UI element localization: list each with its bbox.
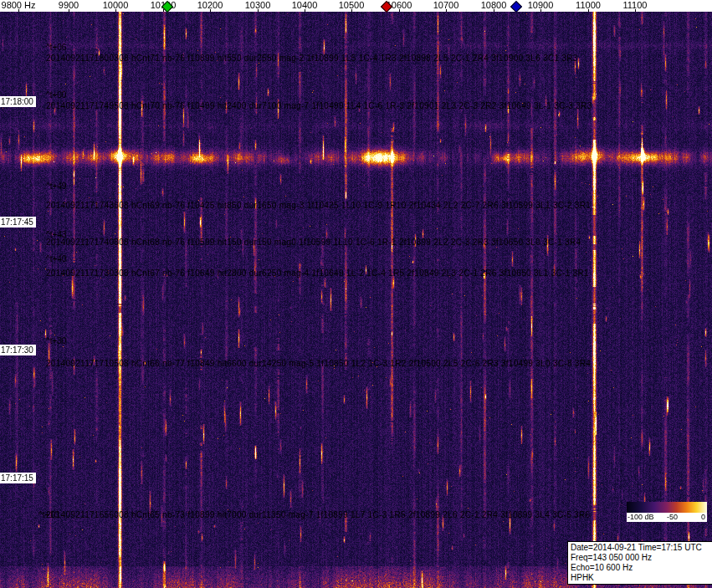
info-date-time: Date=2014-09-21 Time=17:15 UTC: [571, 543, 709, 553]
colorbar-label-mid: -50: [667, 513, 678, 522]
info-box: Date=2014-09-21 Time=17:15 UTC Freq=143 …: [567, 541, 712, 585]
spectrum-lab-screen: 9800 Hz990010000101001020010300104001050…: [0, 0, 712, 588]
freq-tick-mark: [540, 9, 541, 12]
info-station: HPHK: [571, 573, 709, 583]
freq-tick-mark: [351, 9, 352, 12]
freq-tick-mark: [115, 9, 116, 12]
freq-tick-mark: [399, 9, 400, 12]
spectrogram-display: [0, 12, 712, 588]
info-frequency: Freq=143 050 000 Hz: [571, 553, 709, 563]
freq-tick-mark: [69, 9, 69, 12]
info-echo: Echo=10 600 Hz: [571, 563, 709, 573]
freq-tick-mark: [494, 9, 494, 12]
frequency-axis: 9800 Hz990010000101001020010300104001050…: [0, 0, 712, 12]
colorbar-gradient: [627, 502, 707, 513]
colorbar-label-min: -100 dB: [627, 513, 654, 522]
freq-tick-mark: [588, 9, 589, 12]
freq-tick-mark: [210, 9, 211, 12]
marker-diamond-blue[interactable]: [510, 1, 522, 13]
freq-tick-mark: [446, 9, 447, 12]
freq-tick-mark: [18, 9, 19, 12]
colorbar-label-max: 0: [701, 513, 705, 522]
colorbar-labels: -100 dB -50 0: [627, 513, 707, 522]
colorbar: -100 dB -50 0: [627, 502, 707, 522]
freq-tick-mark: [635, 9, 636, 12]
freq-tick-mark: [258, 9, 259, 12]
freq-tick-mark: [305, 9, 305, 12]
